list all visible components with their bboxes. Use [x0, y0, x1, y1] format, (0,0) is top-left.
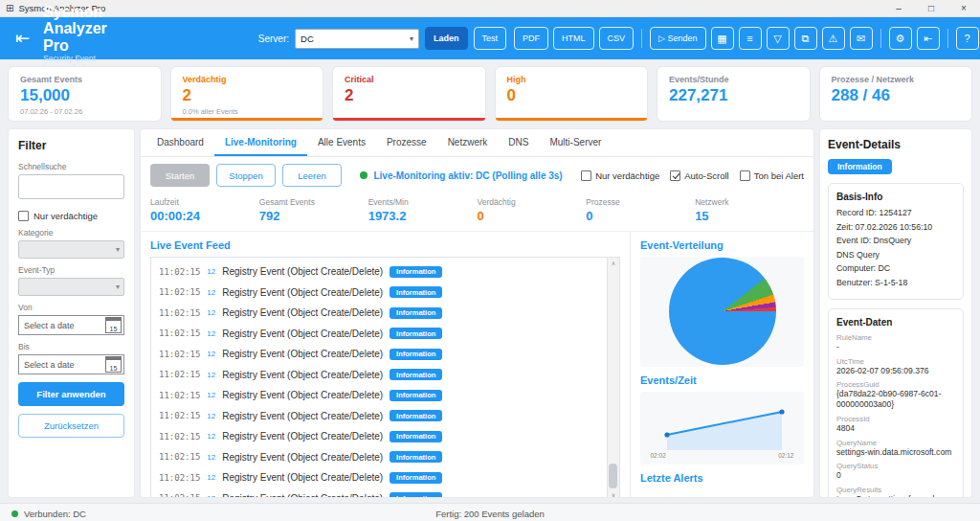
settings-button[interactable]: ⚙: [889, 27, 912, 50]
event-daten-card: Event-Daten RuleName - UtcTime 2026-02-0…: [828, 308, 964, 498]
checkbox-nur-verdaechtige[interactable]: Nur verdächtige: [581, 170, 659, 181]
collapse-button[interactable]: ⇤: [917, 27, 940, 50]
scroll-up-icon[interactable]: ∧: [612, 260, 615, 266]
export-html-button[interactable]: HTML: [553, 27, 594, 50]
feed-event-row[interactable]: 11:02:15 12 Registry Event (Object Creat…: [159, 447, 604, 468]
server-label: Server:: [258, 34, 289, 44]
feed-event-row[interactable]: 11:02:15 12 Registry Event (Object Creat…: [159, 324, 604, 345]
scroll-down-icon[interactable]: ∨: [612, 491, 615, 497]
checkbox-icon[interactable]: [581, 170, 591, 181]
tab-multi-server[interactable]: Multi-Server: [539, 129, 612, 156]
copy-button[interactable]: ⧉: [794, 27, 817, 50]
tab-prozesse[interactable]: Prozesse: [376, 129, 437, 156]
kategorie-select[interactable]: ▾: [18, 240, 124, 259]
filter-anwenden-button[interactable]: Filter anwenden: [18, 382, 124, 406]
tab-dns[interactable]: DNS: [498, 129, 539, 156]
mstat-laufzeit: Laufzeit 00:00:24: [150, 197, 259, 223]
feed-scrollbar[interactable]: ∧ ∨: [607, 258, 619, 497]
stat-card-high: High 0: [495, 66, 649, 122]
bis-date-picker[interactable]: Select a date 15: [18, 354, 124, 374]
maximize-button[interactable]: □: [915, 0, 947, 16]
laden-button[interactable]: Laden: [425, 27, 468, 50]
event-feed-list[interactable]: 11:02:15 12 Registry Event (Object Creat…: [150, 257, 620, 497]
feed-event-row[interactable]: 11:02:15 12 Registry Event (Object Creat…: [159, 426, 604, 447]
von-date-picker[interactable]: Select a date 15: [18, 315, 124, 335]
zuruecksetzen-button[interactable]: Zurücksetzen: [18, 414, 124, 438]
checkbox-icon[interactable]: [740, 170, 750, 181]
checkbox-ton-bei-alert[interactable]: Ton bei Alert: [740, 170, 804, 181]
feed-event-row[interactable]: 11:02:15 12 Registry Event (Object Creat…: [159, 344, 604, 365]
checkbox-checked-icon[interactable]: [670, 170, 680, 181]
status-center-text: Fertig: 200 Events geladen: [0, 509, 980, 519]
stat-card-prozesse-netzwerk: Prozesse / Netzwerk 288 / 46: [819, 66, 973, 122]
checkbox-label: Nur verdächtige: [595, 170, 659, 181]
scrollbar-thumb[interactable]: [609, 464, 617, 488]
event-time: 11:02:15: [159, 308, 200, 318]
feed-event-row[interactable]: 11:02:15 12 Registry Event (Object Creat…: [159, 385, 604, 406]
test-button[interactable]: Test: [474, 27, 507, 50]
feed-event-row[interactable]: 11:02:15 12 Registry Event (Object Creat…: [159, 488, 604, 498]
stoppen-button[interactable]: Stoppen: [216, 164, 276, 187]
mstat-label: Gesamt Events: [259, 197, 368, 207]
field-label: ProcessId: [836, 415, 955, 423]
calendar-button[interactable]: ▦: [711, 27, 734, 50]
senden-label: Senden: [668, 34, 698, 43]
help-button[interactable]: ?: [956, 27, 979, 50]
alerts-button[interactable]: ⚠: [822, 27, 845, 50]
mail-button[interactable]: ✉: [850, 27, 873, 50]
event-id: 12: [207, 432, 215, 441]
tab-dashboard[interactable]: Dashboard: [146, 129, 214, 156]
date-placeholder: Select a date: [24, 321, 75, 330]
feed-event-row[interactable]: 11:02:15 12 Registry Event (Object Creat…: [159, 283, 604, 304]
close-button[interactable]: ×: [947, 0, 980, 16]
feed-event-row[interactable]: 11:02:15 12 Registry Event (Object Creat…: [159, 365, 604, 386]
export-pdf-button[interactable]: PDF: [514, 27, 548, 50]
window-title: Sysmon Analyzer Pro: [18, 3, 882, 13]
senden-button[interactable]: ▷ Senden: [650, 27, 705, 50]
event-id: 12: [207, 308, 215, 317]
list-button[interactable]: ≡: [739, 27, 762, 50]
charts-column: Event-Verteilung Events/Zeit 02:02 02:12: [630, 232, 813, 497]
stat-label: Critical: [345, 75, 474, 84]
feed-event-row[interactable]: 11:02:15 12 Registry Event (Object Creat…: [159, 261, 604, 283]
stat-sub: 0.0% aller Events: [183, 107, 312, 116]
event-data-field: RuleName -: [836, 333, 955, 352]
event-time: 11:02:15: [159, 473, 200, 483]
stat-label: High: [507, 75, 636, 84]
mstat-value: 15: [695, 209, 804, 223]
feed-event-row[interactable]: 11:02:15 12 Registry Event (Object Creat…: [159, 303, 604, 324]
mstat-verdaechtig: Verdächtig 0: [477, 197, 586, 223]
minimize-button[interactable]: –: [882, 0, 915, 16]
checkbox-label: Auto-Scroll: [684, 170, 728, 181]
tab-live-monitoring[interactable]: Live-Monitoring: [214, 129, 307, 156]
leeren-button[interactable]: Leeren: [282, 164, 342, 187]
event-text: Registry Event (Object Create/Delete): [222, 328, 383, 339]
event-level-badge: Information: [390, 390, 442, 401]
checkbox-icon[interactable]: [18, 211, 29, 221]
stat-card-gesamt-events: Gesamt Events 15,000 07.02.26 - 07.02.26: [8, 66, 162, 122]
checkbox-auto-scroll[interactable]: Auto-Scroll: [670, 170, 728, 181]
back-icon[interactable]: ⇤: [10, 30, 35, 47]
calendar-picker-icon[interactable]: 15: [105, 356, 122, 373]
calendar-picker-icon[interactable]: 15: [105, 317, 122, 333]
feed-event-row[interactable]: 11:02:15 12 Registry Event (Object Creat…: [159, 406, 604, 427]
header-separator: [641, 29, 642, 48]
event-typ-select[interactable]: ▾: [18, 278, 124, 296]
event-level-badge: Information: [390, 492, 442, 497]
starten-button[interactable]: Starten: [150, 164, 210, 187]
live-status-text: Live-Monitoring aktiv: DC (Polling alle …: [373, 170, 562, 181]
filter-button[interactable]: ▽: [767, 27, 790, 50]
feed-event-row[interactable]: 11:02:15 12 Registry Event (Object Creat…: [159, 467, 604, 488]
copy-icon: ⧉: [802, 33, 810, 45]
schnellsuche-input[interactable]: [18, 174, 124, 199]
stat-accent-bar: [333, 118, 485, 121]
main-panel: Dashboard Live-Monitoring Alle Events Pr…: [140, 128, 814, 498]
field-value: {da78da22-0b90-6987-6c01-000000003a00}: [836, 389, 955, 409]
filter-only-suspicious[interactable]: Nur verdächtige: [18, 211, 124, 221]
tab-alle-events[interactable]: Alle Events: [307, 129, 376, 156]
server-select[interactable]: DC ▾: [295, 29, 419, 49]
tab-netzwerk[interactable]: Netzwerk: [437, 129, 499, 156]
kategorie-label: Kategorie: [18, 228, 124, 238]
mstat-label: Verdächtig: [477, 197, 586, 207]
export-csv-button[interactable]: CSV: [599, 27, 635, 50]
